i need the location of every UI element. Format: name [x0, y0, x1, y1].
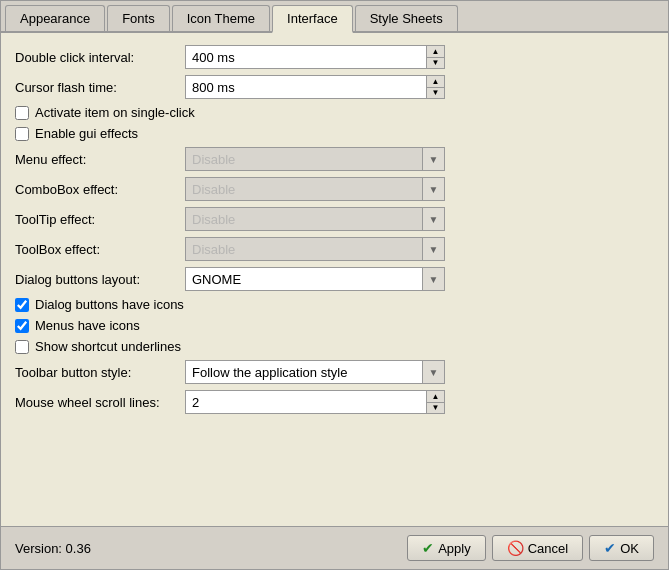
cancel-label: Cancel — [528, 541, 568, 556]
cursor-flash-up-btn[interactable]: ▲ — [427, 76, 444, 88]
dialog-layout-control: GNOME ▼ — [185, 267, 455, 291]
apply-icon: ✔ — [422, 540, 434, 556]
dialog-layout-select[interactable]: GNOME — [186, 272, 422, 287]
tab-icon-theme[interactable]: Icon Theme — [172, 5, 270, 31]
menu-effect-arrow: ▼ — [422, 148, 444, 170]
double-click-spinbox-btns: ▲ ▼ — [426, 46, 444, 68]
double-click-spinbox[interactable]: ▲ ▼ — [185, 45, 445, 69]
menu-effect-label: Menu effect: — [15, 152, 185, 167]
cursor-flash-row: Cursor flash time: ▲ ▼ — [15, 75, 654, 99]
footer: Version: 0.36 ✔ Apply 🚫 Cancel ✔ OK — [1, 526, 668, 569]
toolbar-style-select[interactable]: Follow the application style — [186, 365, 422, 380]
toolbar-style-control: Follow the application style ▼ — [185, 360, 455, 384]
tooltip-effect-label: ToolTip effect: — [15, 212, 185, 227]
activate-single-row: Activate item on single-click — [15, 105, 654, 120]
toolbox-effect-arrow: ▼ — [422, 238, 444, 260]
ok-button[interactable]: ✔ OK — [589, 535, 654, 561]
menus-icons-checkbox[interactable] — [15, 319, 29, 333]
toolbox-effect-combo[interactable]: Disable ▼ — [185, 237, 445, 261]
dialog-layout-label: Dialog buttons layout: — [15, 272, 185, 287]
mouse-wheel-control: ▲ ▼ — [185, 390, 455, 414]
toolbar-style-arrow: ▼ — [422, 361, 444, 383]
tooltip-effect-select[interactable]: Disable — [186, 212, 422, 227]
double-click-control: ▲ ▼ — [185, 45, 455, 69]
cancel-button[interactable]: 🚫 Cancel — [492, 535, 583, 561]
toolbar-style-label: Toolbar button style: — [15, 365, 185, 380]
tab-interface[interactable]: Interface — [272, 5, 353, 33]
tab-fonts[interactable]: Fonts — [107, 5, 170, 31]
dialog-icons-checkbox[interactable] — [15, 298, 29, 312]
double-click-up-btn[interactable]: ▲ — [427, 46, 444, 58]
mouse-wheel-input[interactable] — [186, 391, 426, 413]
mouse-wheel-spinbox[interactable]: ▲ ▼ — [185, 390, 445, 414]
dialog-layout-row: Dialog buttons layout: GNOME ▼ — [15, 267, 654, 291]
double-click-label: Double click interval: — [15, 50, 185, 65]
activate-single-checkbox[interactable] — [15, 106, 29, 120]
dialog-icons-label: Dialog buttons have icons — [35, 297, 184, 312]
ok-icon: ✔ — [604, 540, 616, 556]
combobox-effect-combo[interactable]: Disable ▼ — [185, 177, 445, 201]
menus-icons-row: Menus have icons — [15, 318, 654, 333]
menu-effect-row: Menu effect: Disable ▼ — [15, 147, 654, 171]
toolbar-style-row: Toolbar button style: Follow the applica… — [15, 360, 654, 384]
tab-appearance[interactable]: Appearance — [5, 5, 105, 31]
tooltip-effect-control: Disable ▼ — [185, 207, 455, 231]
combobox-effect-arrow: ▼ — [422, 178, 444, 200]
double-click-down-btn[interactable]: ▼ — [427, 58, 444, 69]
dialog-layout-arrow: ▼ — [422, 268, 444, 290]
double-click-row: Double click interval: ▲ ▼ — [15, 45, 654, 69]
combobox-effect-select[interactable]: Disable — [186, 182, 422, 197]
enable-gui-row: Enable gui effects — [15, 126, 654, 141]
main-window: Appearance Fonts Icon Theme Interface St… — [0, 0, 669, 570]
shortcut-underlines-checkbox[interactable] — [15, 340, 29, 354]
mouse-wheel-spinbox-btns: ▲ ▼ — [426, 391, 444, 413]
toolbox-effect-row: ToolBox effect: Disable ▼ — [15, 237, 654, 261]
apply-label: Apply — [438, 541, 471, 556]
shortcut-underlines-label: Show shortcut underlines — [35, 339, 181, 354]
combobox-effect-row: ComboBox effect: Disable ▼ — [15, 177, 654, 201]
button-group: ✔ Apply 🚫 Cancel ✔ OK — [407, 535, 654, 561]
cursor-flash-spinbox[interactable]: ▲ ▼ — [185, 75, 445, 99]
cursor-flash-control: ▲ ▼ — [185, 75, 455, 99]
toolbox-effect-label: ToolBox effect: — [15, 242, 185, 257]
mouse-wheel-up-btn[interactable]: ▲ — [427, 391, 444, 403]
tooltip-effect-combo[interactable]: Disable ▼ — [185, 207, 445, 231]
cursor-flash-down-btn[interactable]: ▼ — [427, 88, 444, 99]
double-click-input[interactable] — [186, 46, 426, 68]
toolbox-effect-control: Disable ▼ — [185, 237, 455, 261]
tab-bar: Appearance Fonts Icon Theme Interface St… — [1, 1, 668, 33]
menu-effect-select[interactable]: Disable — [186, 152, 422, 167]
enable-gui-checkbox[interactable] — [15, 127, 29, 141]
cursor-flash-label: Cursor flash time: — [15, 80, 185, 95]
cursor-flash-input[interactable] — [186, 76, 426, 98]
activate-single-label: Activate item on single-click — [35, 105, 195, 120]
toolbox-effect-select[interactable]: Disable — [186, 242, 422, 257]
combobox-effect-control: Disable ▼ — [185, 177, 455, 201]
content-area: Double click interval: ▲ ▼ Cursor flash … — [1, 33, 668, 526]
tooltip-effect-row: ToolTip effect: Disable ▼ — [15, 207, 654, 231]
mouse-wheel-row: Mouse wheel scroll lines: ▲ ▼ — [15, 390, 654, 414]
shortcut-underlines-row: Show shortcut underlines — [15, 339, 654, 354]
menu-effect-combo[interactable]: Disable ▼ — [185, 147, 445, 171]
ok-label: OK — [620, 541, 639, 556]
menus-icons-label: Menus have icons — [35, 318, 140, 333]
mouse-wheel-label: Mouse wheel scroll lines: — [15, 395, 185, 410]
mouse-wheel-down-btn[interactable]: ▼ — [427, 403, 444, 414]
cursor-flash-spinbox-btns: ▲ ▼ — [426, 76, 444, 98]
toolbar-style-combo[interactable]: Follow the application style ▼ — [185, 360, 445, 384]
menu-effect-control: Disable ▼ — [185, 147, 455, 171]
dialog-icons-row: Dialog buttons have icons — [15, 297, 654, 312]
enable-gui-label: Enable gui effects — [35, 126, 138, 141]
cancel-icon: 🚫 — [507, 540, 524, 556]
tooltip-effect-arrow: ▼ — [422, 208, 444, 230]
version-text: Version: 0.36 — [15, 541, 91, 556]
tab-style-sheets[interactable]: Style Sheets — [355, 5, 458, 31]
dialog-layout-combo[interactable]: GNOME ▼ — [185, 267, 445, 291]
apply-button[interactable]: ✔ Apply — [407, 535, 486, 561]
combobox-effect-label: ComboBox effect: — [15, 182, 185, 197]
